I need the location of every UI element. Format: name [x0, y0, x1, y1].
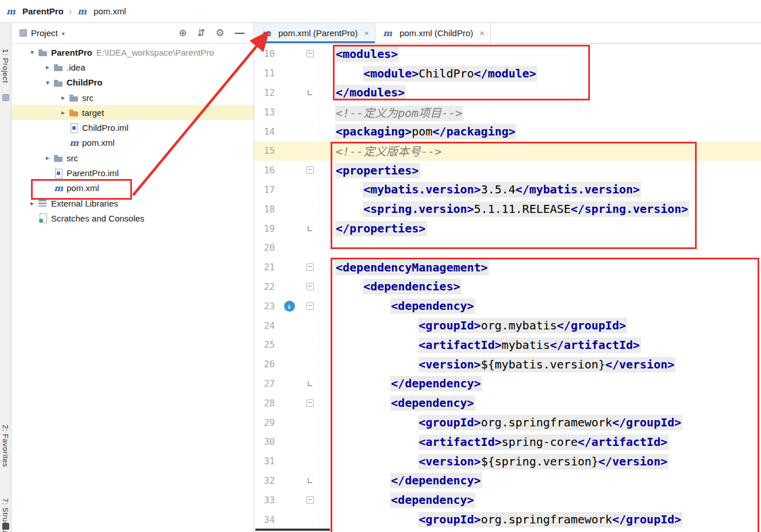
code-line-19[interactable]: 19</properties>	[254, 219, 761, 238]
tree-item-pom-xml[interactable]: mpom.xml	[11, 181, 254, 196]
code-line-23[interactable]: 23↓− <dependency>	[254, 296, 761, 316]
locate-file-icon[interactable]: ⊕	[178, 28, 187, 38]
chevron-right-icon[interactable]: ▸	[57, 94, 69, 102]
tree-item-pom-xml[interactable]: mpom.xml	[11, 135, 254, 150]
code-line-31[interactable]: 31 <version>${spring.version}</version>	[254, 452, 761, 471]
gear-icon[interactable]: ⚙	[216, 28, 224, 38]
chevron-down-icon[interactable]: ▾	[26, 48, 38, 56]
chevron-right-icon[interactable]: ▸	[57, 108, 69, 117]
fold-slot	[301, 381, 319, 386]
code-chunk: </properties>	[335, 221, 427, 236]
code-line-17[interactable]: 17 <mybatis.version>3.5.4</mybatis.versi…	[254, 180, 761, 200]
xml-text: 5.1.11.RELEASE	[474, 202, 571, 216]
code-line-12[interactable]: 12</modules>	[254, 83, 761, 103]
xml-tag: </artifactId>	[577, 435, 667, 449]
horizontal-scrollbar-thumb[interactable]	[255, 529, 330, 531]
chevron-down-icon[interactable]: ▾	[62, 30, 65, 37]
tree-item--idea[interactable]: ▸.idea	[11, 60, 254, 75]
collapse-all-icon[interactable]: ⇵	[197, 28, 205, 38]
code-line-14[interactable]: 14<packaging>pom</packaging>	[254, 122, 761, 141]
fold-collapse-icon[interactable]: −	[306, 302, 314, 310]
code-line-10[interactable]: 10−<modules>	[254, 44, 761, 64]
code-line-30[interactable]: 30 <artifactId>spring-core</artifactId>	[254, 432, 761, 452]
line-number: 13	[254, 107, 277, 118]
tree-item-label: target	[82, 108, 104, 118]
tree-item-scratches-and-consoles[interactable]: Scratches and Consoles	[11, 211, 254, 226]
code-line-26[interactable]: 26 <version>${mybatis.version}</version>	[254, 355, 761, 374]
project-panel-title[interactable]: Project	[31, 28, 58, 38]
code-line-11[interactable]: 11 <module>ChildPro</module>	[254, 64, 761, 83]
tree-item-external-libraries[interactable]: ▸External Libraries	[11, 196, 254, 211]
folder-icon	[53, 78, 64, 87]
chevron-right-icon[interactable]: ▸	[42, 154, 53, 162]
maven-dependency-gutter-icon[interactable]: ↓	[284, 301, 295, 312]
line-number: 31	[254, 456, 277, 467]
editor-tab-pom-xml-parentpro-[interactable]: mpom.xml (ParentPro)×	[254, 23, 375, 43]
breadcrumb-project[interactable]: ParentPro	[22, 6, 64, 16]
fold-collapse-icon[interactable]: −	[306, 50, 314, 57]
tool-window-button-favorites[interactable]: 2: Favorites	[1, 425, 10, 467]
tree-item-childpro[interactable]: ▾ChildPro	[11, 75, 254, 90]
fold-collapse-icon[interactable]: −	[306, 283, 314, 290]
fold-end-icon[interactable]	[308, 478, 312, 483]
fold-collapse-icon[interactable]: −	[306, 496, 314, 504]
code-line-25[interactable]: 25 <artifactId>mybatis</artifactId>	[254, 335, 761, 355]
xml-tag: </artifactId>	[550, 338, 640, 352]
fold-collapse-icon[interactable]: −	[306, 399, 314, 407]
code-line-24[interactable]: 24 <groupId>org.mybatis</groupId>	[254, 316, 761, 335]
folder-icon	[38, 48, 48, 57]
tree-item-childpro-iml[interactable]: ChildPro.iml	[11, 120, 254, 135]
code-text: <dependencyManagement>	[319, 261, 761, 274]
code-line-20[interactable]: 20	[254, 238, 761, 258]
xml-tag: <artifactId>	[419, 435, 502, 449]
code-line-28[interactable]: 28− <dependency>	[254, 393, 761, 413]
chevron-down-icon[interactable]: ▾	[42, 79, 53, 87]
code-line-16[interactable]: 16−<properties>	[254, 161, 761, 180]
chevron-right-icon[interactable]: ▸	[42, 63, 53, 71]
tree-item-src[interactable]: ▸src	[11, 90, 254, 105]
code-line-32[interactable]: 32 </dependency>	[254, 471, 761, 491]
tool-window-button-project[interactable]: 1: Project	[1, 49, 10, 83]
chevron-right-icon[interactable]: ▸	[26, 199, 38, 207]
code-line-13[interactable]: 13<!--定义为pom项目-->	[254, 102, 761, 122]
fold-collapse-icon[interactable]: −	[306, 166, 314, 174]
line-number: 18	[254, 204, 277, 215]
tree-item-parentpro[interactable]: ▾ParentProE:\IDEA_workspace\ParentPro	[11, 45, 254, 60]
tree-item-target[interactable]: ▸target	[11, 105, 254, 120]
tree-item-parentpro-iml[interactable]: ParentPro.iml	[11, 165, 254, 180]
tool-windows-toggle-icon[interactable]	[2, 523, 9, 530]
fold-collapse-icon[interactable]: −	[306, 263, 314, 271]
code-text: <properties>	[319, 164, 761, 177]
code-chunk: <mybatis.version>3.5.4</mybatis.version>	[363, 182, 641, 197]
fold-end-icon[interactable]	[308, 90, 312, 95]
code-text: <module>ChildPro</module>	[319, 67, 761, 80]
code-line-29[interactable]: 29 <groupId>org.springframework</groupId…	[254, 413, 761, 432]
hide-panel-icon[interactable]: —	[235, 28, 244, 38]
close-icon[interactable]: ×	[364, 28, 369, 38]
line-number: 15	[254, 145, 277, 156]
close-icon[interactable]: ×	[480, 28, 485, 38]
project-view-icon	[20, 29, 27, 37]
code-line-27[interactable]: 27 </dependency>	[254, 374, 761, 394]
breadcrumb: m ParentPro › m pom.xml	[0, 0, 761, 23]
xml-tag: <artifactId>	[419, 338, 502, 352]
folder-icon	[53, 153, 64, 162]
code-line-34[interactable]: 34 <groupId>org.springframework</groupId…	[254, 510, 761, 529]
tree-item-src[interactable]: ▸src	[11, 150, 254, 165]
code-chunk: <dependencies>	[363, 279, 461, 294]
xml-tag: <properties>	[336, 164, 419, 177]
xml-tag: </groupId>	[612, 512, 681, 526]
code-line-18[interactable]: 18 <spring.version>5.1.11.RELEASE</sprin…	[254, 199, 761, 219]
editor-tab-pom-xml-childpro-[interactable]: mpom.xml (ChildPro)×	[375, 23, 491, 43]
code-line-21[interactable]: 21−<dependencyManagement>	[254, 258, 761, 277]
ide-window: m ParentPro › m pom.xml 1: Project 2: Fa…	[0, 0, 761, 532]
code-line-33[interactable]: 33− <dependency>	[254, 490, 761, 510]
fold-end-icon[interactable]	[308, 381, 312, 386]
breadcrumb-file[interactable]: pom.xml	[94, 6, 126, 16]
fold-end-icon[interactable]	[308, 226, 312, 231]
code-editor[interactable]: 10−<modules>11 <module>ChildPro</module>…	[254, 44, 761, 532]
code-line-15[interactable]: 15<!--定义版本号-->	[254, 141, 761, 161]
code-chunk: <module>ChildPro</module>	[363, 66, 537, 81]
iml-icon	[53, 169, 64, 178]
code-line-22[interactable]: 22− <dependencies>	[254, 277, 761, 297]
